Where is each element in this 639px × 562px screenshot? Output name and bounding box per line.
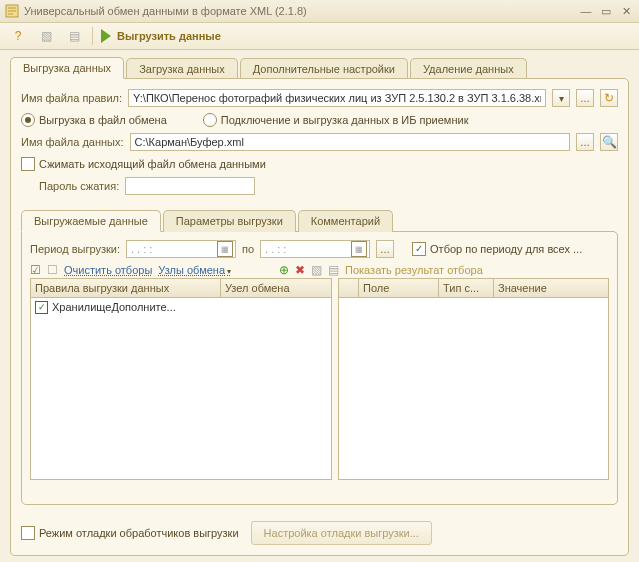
period-filter-checkbox[interactable]: Отбор по периоду для всех ... — [412, 242, 582, 256]
datafile-browse-button[interactable]: … — [576, 133, 594, 151]
show-result-link[interactable]: Показать результат отбора — [345, 264, 483, 276]
datafile-input[interactable] — [130, 133, 570, 151]
page-icon: ▧ — [41, 30, 52, 42]
cell-value — [221, 305, 331, 309]
help-icon: ? — [15, 30, 22, 42]
titlebar: Универсальный обмен данными в формате XM… — [0, 0, 639, 23]
rules-dropdown-button[interactable]: ▾ — [552, 89, 570, 107]
minimize-button[interactable]: — — [577, 4, 595, 18]
col-type[interactable]: Тип с... — [439, 279, 494, 297]
tab-delete[interactable]: Удаление данных — [410, 58, 527, 79]
nodes-link[interactable]: Узлы обмена▾ — [158, 264, 231, 276]
chevron-down-icon: ▾ — [559, 93, 564, 104]
period-label: Период выгрузки: — [30, 243, 120, 255]
col-field[interactable]: Поле — [359, 279, 439, 297]
filter-grid[interactable]: Поле Тип с... Значение — [338, 278, 609, 480]
datafile-label: Имя файла данных: — [21, 136, 124, 148]
tab-import[interactable]: Загрузка данных — [126, 58, 238, 79]
grid-header: Правила выгрузки данных Узел обмена — [31, 279, 331, 298]
main-tabs: Выгрузка данных Загрузка данных Дополнит… — [0, 50, 639, 78]
subtab-data[interactable]: Выгружаемые данные — [21, 210, 161, 232]
tab-label: Выгрузка данных — [23, 62, 111, 74]
uncheck-all-icon[interactable]: ☐ — [47, 264, 58, 276]
rules-label: Имя файла правил: — [21, 92, 122, 104]
toolbar-separator — [92, 27, 93, 45]
tab-label: Комментарий — [311, 215, 380, 227]
maximize-button[interactable]: ▭ — [597, 4, 615, 18]
tab-export[interactable]: Выгрузка данных — [10, 57, 124, 79]
checkbox-box-icon — [21, 526, 35, 540]
subtab-params[interactable]: Параметры выгрузки — [163, 210, 296, 232]
toolbar-btn-3[interactable]: ▤ — [62, 24, 86, 48]
rules-browse-button[interactable]: … — [576, 89, 594, 107]
radio-dot-icon — [21, 113, 35, 127]
debug-checkbox[interactable]: Режим отладки обработчиков выгрузки — [21, 526, 239, 540]
toolbar-btn-2[interactable]: ▧ — [34, 24, 58, 48]
tab-label: Удаление данных — [423, 63, 514, 75]
app-icon — [4, 3, 20, 19]
sub-tabs: Выгружаемые данные Параметры выгрузки Ко… — [21, 209, 618, 231]
radio-export-to-file[interactable]: Выгрузка в файл обмена — [21, 113, 167, 127]
subtab-comment[interactable]: Комментарий — [298, 210, 393, 232]
tab-label: Параметры выгрузки — [176, 215, 283, 227]
radio-label: Подключение и выгрузка данных в ИБ прием… — [221, 114, 469, 126]
checkbox-box-icon — [21, 157, 35, 171]
date-from-input[interactable]: . . : : ▦ — [126, 240, 236, 258]
radio-dot-icon — [203, 113, 217, 127]
datafile-find-button[interactable]: 🔍 — [600, 133, 618, 151]
compress-checkbox[interactable]: Сжимать исходящий файл обмена данными — [21, 157, 266, 171]
launch-button[interactable]: Выгрузить данные — [99, 25, 229, 47]
row-checkbox[interactable]: ✓ — [35, 301, 48, 314]
checkbox-label: Сжимать исходящий файл обмена данными — [39, 158, 266, 170]
close-button[interactable]: ✕ — [617, 4, 635, 18]
rules-grid[interactable]: Правила выгрузки данных Узел обмена ✓ Хр… — [30, 278, 332, 480]
col-node[interactable]: Узел обмена — [221, 279, 331, 297]
page2-icon: ▤ — [69, 30, 80, 42]
tab-content: Имя файла правил: ▾ … ↻ Выгрузка в файл … — [10, 78, 629, 556]
col-check[interactable] — [339, 279, 359, 297]
table-row[interactable]: ✓ ХранилищеДополните... — [31, 298, 331, 316]
help-button[interactable]: ? — [6, 24, 30, 48]
cell-value: ХранилищеДополните... — [52, 301, 176, 313]
check-all-icon[interactable]: ☑ — [30, 264, 41, 276]
delete-icon[interactable]: ✖ — [295, 264, 305, 276]
copy2-icon[interactable]: ▤ — [328, 264, 339, 276]
calendar-icon[interactable]: ▦ — [351, 241, 367, 257]
launch-label: Выгрузить данные — [117, 30, 221, 42]
radio-export-to-ib[interactable]: Подключение и выгрузка данных в ИБ прием… — [203, 113, 469, 127]
password-label: Пароль сжатия: — [39, 180, 119, 192]
period-browse-button[interactable]: … — [376, 240, 394, 258]
chevron-down-icon: ▾ — [227, 267, 231, 276]
grid-header: Поле Тип с... Значение — [339, 279, 608, 298]
password-input[interactable] — [125, 177, 255, 195]
radio-label: Выгрузка в файл обмена — [39, 114, 167, 126]
checkbox-label: Отбор по периоду для всех ... — [430, 243, 582, 255]
tab-label: Загрузка данных — [139, 63, 225, 75]
button-label: Настройка отладки выгрузки... — [264, 527, 419, 539]
period-to-label: по — [242, 243, 254, 255]
window-title: Универсальный обмен данными в формате XM… — [24, 5, 577, 17]
date-placeholder: . . : : — [131, 243, 152, 255]
tab-label: Выгружаемые данные — [34, 215, 148, 227]
col-rules[interactable]: Правила выгрузки данных — [31, 279, 221, 297]
toolbar: ? ▧ ▤ Выгрузить данные — [0, 23, 639, 50]
date-to-input[interactable]: . . : : ▦ — [260, 240, 370, 258]
play-icon — [101, 29, 111, 43]
rules-file-input[interactable] — [128, 89, 546, 107]
clear-filters-link[interactable]: Очистить отборы — [64, 264, 152, 276]
checkbox-label: Режим отладки обработчиков выгрузки — [39, 527, 239, 539]
sub-content: Период выгрузки: . . : : ▦ по . . : : ▦ … — [21, 231, 618, 505]
checkbox-box-icon — [412, 242, 426, 256]
link-text: Узлы обмена — [158, 264, 225, 276]
date-placeholder: . . : : — [265, 243, 286, 255]
col-value[interactable]: Значение — [494, 279, 608, 297]
rules-reload-button[interactable]: ↻ — [600, 89, 618, 107]
search-icon: 🔍 — [602, 136, 617, 148]
copy-icon[interactable]: ▧ — [311, 264, 322, 276]
add-icon[interactable]: ⊕ — [279, 264, 289, 276]
tab-settings[interactable]: Дополнительные настройки — [240, 58, 408, 79]
refresh-icon: ↻ — [604, 92, 614, 104]
tab-label: Дополнительные настройки — [253, 63, 395, 75]
calendar-icon[interactable]: ▦ — [217, 241, 233, 257]
debug-settings-button[interactable]: Настройка отладки выгрузки... — [251, 521, 432, 545]
